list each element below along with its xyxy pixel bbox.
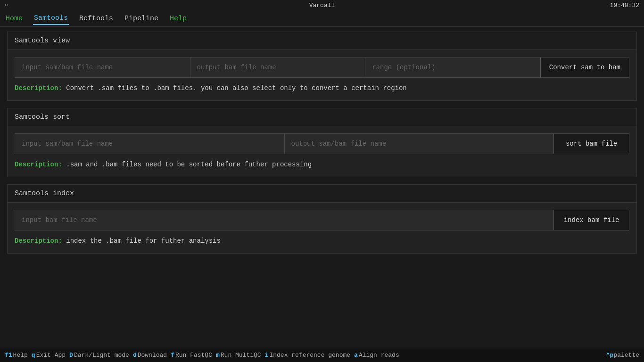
view-description: Description: Convert .sam files to .bam … [15, 83, 629, 93]
menu-item-pipeline[interactable]: Pipeline [124, 13, 159, 25]
samtools-sort-header: Samtools sort [8, 108, 636, 126]
status-bar: f1 Help q Exit App D Dark/Light mode d D… [0, 348, 644, 362]
status-f1: f1 Help [5, 352, 28, 359]
clock: 19:40:32 [610, 2, 639, 9]
sort-desc-label: Description: [15, 161, 62, 168]
sort-input-sam[interactable] [15, 134, 285, 154]
status-q: q Exit App [32, 352, 66, 359]
view-output-bam[interactable] [190, 58, 366, 77]
samtools-view-header: Samtools view [8, 32, 636, 50]
app-icon: ○ [5, 2, 8, 8]
index-input-group: index bam file [15, 210, 629, 230]
sort-bam-file-button[interactable]: sort bam file [553, 134, 629, 154]
samtools-index-section: Samtools index index bam file Descriptio… [7, 184, 637, 254]
samtools-sort-section: Samtools sort sort bam file Description:… [7, 108, 637, 177]
status-i: i Index reference genome [265, 352, 350, 359]
index-input-bam[interactable] [15, 210, 553, 230]
samtools-index-header: Samtools index [8, 185, 636, 203]
convert-sam-to-bam-button[interactable]: Convert sam to bam [540, 58, 629, 77]
view-desc-text: Convert .sam files to .bam files. you ca… [66, 84, 407, 92]
index-bam-file-button[interactable]: index bam file [553, 210, 629, 230]
main-content: Samtools view Convert sam to bam Descrip… [0, 27, 644, 348]
samtools-sort-body: sort bam file Description: .sam and .bam… [8, 126, 636, 177]
app-title: Varcall [309, 2, 335, 9]
menu-item-help[interactable]: Help [169, 13, 188, 25]
status-D: D Dark/Light mode [69, 352, 129, 359]
status-m: m Run MultiQC [216, 352, 261, 359]
samtools-view-body: Convert sam to bam Description: Convert … [8, 50, 636, 100]
sort-input-group: sort bam file [15, 133, 629, 154]
menu-item-home[interactable]: Home [5, 13, 24, 25]
sort-desc-text: .sam and .bam files need to be sorted be… [66, 161, 312, 168]
view-input-sam[interactable] [15, 58, 190, 77]
samtools-view-section: Samtools view Convert sam to bam Descrip… [7, 32, 637, 101]
menu-item-samtools[interactable]: Samtools [33, 12, 69, 25]
status-right: ^p palette [606, 352, 639, 359]
title-bar: ○ Varcall 19:40:32 [0, 0, 644, 10]
sort-description: Description: .sam and .bam files need to… [15, 160, 629, 170]
sort-output-bam[interactable] [285, 134, 554, 154]
index-desc-text: index the .bam file for futher analysis [66, 237, 221, 245]
status-f: f Run FastQC [171, 352, 212, 359]
samtools-index-body: index bam file Description: index the .b… [8, 203, 636, 253]
view-range[interactable] [365, 58, 540, 77]
menu-item-bcftools[interactable]: Bcftools [78, 13, 114, 25]
view-input-group: Convert sam to bam [15, 57, 629, 78]
index-desc-label: Description: [15, 237, 62, 245]
menu-bar: Home Samtools Bcftools Pipeline Help [0, 10, 644, 27]
status-d: d Download [133, 352, 167, 359]
status-a: a Align reads [354, 352, 399, 359]
view-desc-label: Description: [15, 84, 62, 92]
index-description: Description: index the .bam file for fut… [15, 236, 629, 246]
